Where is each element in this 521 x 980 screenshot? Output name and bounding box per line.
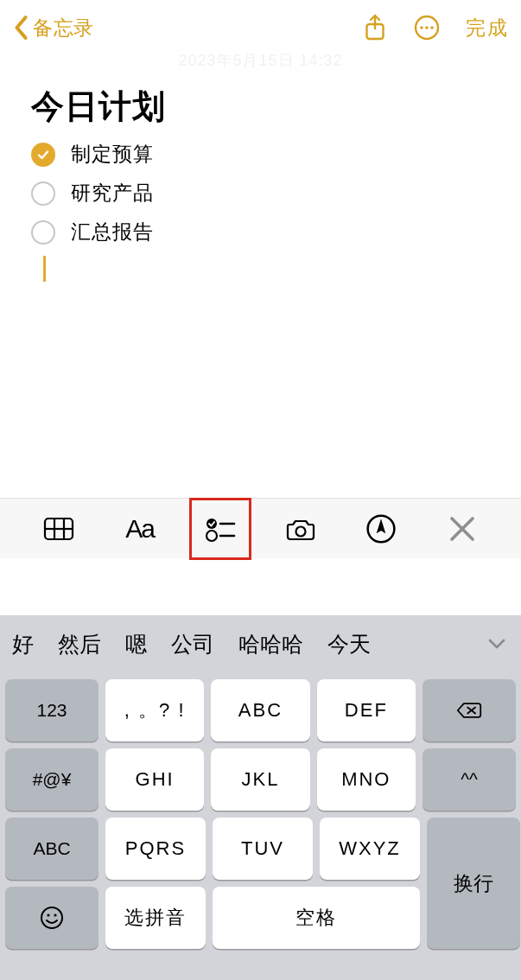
chevron-left-icon [12, 12, 31, 43]
suggestion[interactable]: 公司 [171, 630, 214, 659]
emoji-icon [39, 905, 65, 931]
key-ghi[interactable]: GHI [105, 748, 204, 811]
suggestion[interactable]: 好 [12, 630, 34, 659]
keyboard: 123 , 。? ! ABC DEF #@¥ GHI JKL MNO ^^ AB… [0, 672, 521, 980]
camera-button[interactable] [272, 506, 329, 552]
ellipsis-circle-icon [414, 15, 440, 41]
key-symbols[interactable]: #@¥ [5, 748, 98, 811]
suggestion[interactable]: 今天 [327, 630, 371, 659]
backspace-icon [456, 697, 482, 723]
svg-point-19 [41, 907, 62, 928]
key-tuv[interactable]: TUV [213, 818, 313, 880]
svg-point-13 [296, 526, 306, 536]
key-punct[interactable]: , 。? ! [105, 679, 204, 741]
checkbox-checked-icon[interactable] [31, 143, 55, 167]
share-button[interactable] [362, 14, 388, 41]
expand-suggestions-button[interactable] [485, 632, 509, 656]
aa-icon: Aa [125, 514, 154, 544]
svg-point-4 [430, 26, 434, 29]
checkbox-empty-icon[interactable] [31, 220, 55, 245]
key-def[interactable]: DEF [317, 679, 416, 741]
svg-point-20 [47, 913, 49, 916]
text-cursor [43, 256, 46, 282]
table-icon [43, 513, 74, 544]
suggestion[interactable]: 嗯 [125, 630, 147, 659]
svg-point-11 [206, 531, 217, 541]
suggestion[interactable]: 哈哈哈 [238, 630, 303, 659]
table-button[interactable] [30, 506, 87, 552]
suggestion-bar: 好 然后 嗯 公司 哈哈哈 今天 [0, 615, 521, 672]
key-return[interactable]: 换行 [427, 818, 520, 949]
checklist-item[interactable]: 汇总报告 [31, 219, 490, 245]
text-format-button[interactable]: Aa [111, 506, 168, 552]
checklist-item-text: 制定预算 [71, 141, 154, 168]
key-backspace[interactable] [423, 679, 516, 741]
key-jkl[interactable]: JKL [211, 748, 309, 811]
svg-point-3 [425, 26, 429, 29]
more-button[interactable] [414, 14, 440, 41]
note-timestamp: 2023年5月15日 14:32 [0, 50, 521, 71]
checkbox-empty-icon[interactable] [31, 181, 55, 206]
done-button[interactable]: 完成 [466, 15, 509, 41]
key-abc-mode[interactable]: ABC [5, 818, 98, 880]
key-wxyz[interactable]: WXYZ [320, 818, 420, 880]
checklist-item-text: 汇总报告 [71, 219, 154, 245]
checklist-item[interactable]: 制定预算 [31, 141, 490, 168]
back-label: 备忘录 [33, 15, 94, 41]
suggestion[interactable]: 然后 [58, 630, 101, 659]
checklist-item[interactable]: 研究产品 [31, 180, 490, 207]
key-abc[interactable]: ABC [211, 679, 309, 741]
markup-button[interactable] [353, 506, 410, 552]
key-pinyin[interactable]: 选拼音 [105, 887, 206, 949]
back-button[interactable]: 备忘录 [12, 12, 94, 43]
key-kaomoji[interactable]: ^^ [423, 748, 516, 811]
key-emoji[interactable] [5, 887, 98, 949]
share-icon [364, 14, 386, 41]
key-numbers[interactable]: 123 [5, 679, 98, 741]
key-space[interactable]: 空格 [213, 887, 420, 949]
svg-point-2 [420, 26, 423, 29]
key-mno[interactable]: MNO [317, 748, 416, 811]
pen-circle-icon [365, 513, 397, 544]
checklist-button[interactable] [192, 506, 249, 552]
format-toolbar: Aa [0, 498, 521, 558]
svg-point-9 [206, 519, 217, 529]
close-icon [447, 513, 478, 544]
checklist-item-text: 研究产品 [71, 180, 154, 207]
camera-icon [285, 513, 316, 544]
checklist-icon [205, 513, 236, 544]
svg-point-21 [54, 913, 56, 916]
dismiss-keyboard-button[interactable] [434, 506, 491, 552]
key-pqrs[interactable]: PQRS [105, 818, 206, 880]
